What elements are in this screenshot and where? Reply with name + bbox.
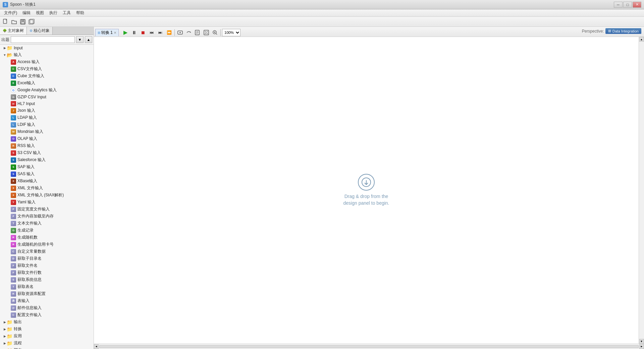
core-objects-label: 核心对象 (34, 28, 50, 34)
tree-arrow-output[interactable]: ▶ (3, 320, 7, 324)
sap-icon: S (11, 164, 16, 170)
zoom-in-button[interactable] (211, 29, 219, 37)
menu-file[interactable]: 文件(F) (1, 9, 20, 16)
search-collapse-button[interactable]: ▲ (85, 36, 92, 43)
perspective-value[interactable]: ⊞ Data Integration (605, 28, 641, 34)
list-item[interactable]: D 获取子目录名 (0, 255, 94, 262)
menu-tools[interactable]: 工具 (60, 9, 73, 16)
transform-tab-label: 转换 1 (101, 30, 113, 36)
tree-arrow-flow[interactable]: ▶ (3, 342, 7, 345)
add-step-button[interactable] (176, 29, 184, 37)
hop-button[interactable] (185, 29, 193, 37)
zoom-selector[interactable]: 100% 75% 50% 150% (222, 29, 240, 36)
stop-button[interactable]: ⏹ (139, 29, 147, 37)
list-item[interactable]: R 生成随机的信用卡号 (0, 241, 94, 248)
list-item[interactable]: F 获取文件行数 (0, 269, 94, 276)
list-item[interactable]: G 生成记录 (0, 227, 94, 234)
list-item[interactable]: S 获取系统信息 (0, 276, 94, 283)
next-button[interactable]: ⏭ (156, 29, 164, 37)
save-button[interactable] (19, 18, 27, 26)
tree-item-shuru-folder[interactable]: ▼ 📂 输入 (0, 51, 94, 58)
note-button[interactable] (194, 29, 202, 37)
tree-label-access: Access 输入 (17, 59, 40, 65)
run-from-here-button[interactable]: ⏩ (165, 29, 173, 37)
list-item[interactable]: F 固定宽度文件输入 (0, 206, 94, 213)
list-item[interactable]: O OLAP 输入 (0, 135, 94, 142)
tree-arrow-app[interactable]: ▶ (3, 335, 7, 338)
search-input[interactable] (11, 36, 75, 43)
xml-stax-icon: X (11, 193, 16, 198)
list-item[interactable]: Y Yaml 输入 (0, 199, 94, 206)
list-item[interactable]: S SAS 输入 (0, 170, 94, 178)
tree-item-script-folder[interactable]: ▶ 📁 脚本 (0, 347, 94, 349)
transform-tab[interactable]: ⊞ 转换 1 ✕ (95, 29, 119, 36)
list-item[interactable]: A Access 输入 (0, 58, 94, 65)
menu-edit[interactable]: 编辑 (20, 9, 33, 16)
fit-button[interactable] (202, 29, 210, 37)
list-item[interactable]: T 获取表名 (0, 283, 94, 290)
scroll-down-button[interactable]: ▼ (639, 339, 644, 344)
tree-item-output-folder[interactable]: ▶ 📁 输出 (0, 318, 94, 326)
svg-rect-14 (204, 30, 209, 35)
tree-item-flow-folder[interactable]: ▶ 📁 流程 (0, 340, 94, 347)
tree-item-transform-folder[interactable]: ▶ 📁 转换 (0, 326, 94, 333)
scroll-right-button[interactable]: ► (639, 344, 644, 349)
tree-arrow-input[interactable]: ▶ (3, 46, 7, 50)
drop-icon (358, 174, 375, 191)
new-file-button[interactable] (1, 18, 9, 26)
menu-bar: 文件(F) 编辑 视图 执行 工具 帮助 (0, 9, 644, 17)
tree-arrow-transform[interactable]: ▶ (3, 328, 7, 331)
list-item[interactable]: F 文件内容加载至内存 (0, 213, 94, 220)
right-scrollbar[interactable]: ▲ ▼ (639, 37, 644, 344)
list-item[interactable]: R 生成随机数 (0, 234, 94, 241)
list-item[interactable]: X XML 文件输入 (0, 185, 94, 192)
list-item[interactable]: L LDIF 输入 (0, 121, 94, 128)
list-item[interactable]: C 配置文件输入 (0, 311, 94, 318)
csv-icon: C (11, 66, 16, 72)
save-all-button[interactable] (28, 18, 36, 26)
close-button[interactable]: ✕ (633, 2, 641, 8)
tree-arrow-shuru[interactable]: ▼ (3, 53, 7, 57)
list-item[interactable]: T 文本文件输入 (0, 220, 94, 227)
scroll-up-button[interactable]: ▲ (639, 37, 644, 42)
left-panel: 🌳 主对象树 ⚙ 核心对象 出题 ▼ ▲ ▶ 📁 Input (0, 27, 94, 349)
tree-item-app-folder[interactable]: ▶ 📁 应用 (0, 333, 94, 340)
list-item[interactable]: C CSV文件输入 (0, 65, 94, 72)
search-expand-button[interactable]: ▼ (76, 36, 84, 43)
transform-tab-close[interactable]: ✕ (114, 31, 116, 35)
list-item[interactable]: C 自定义常量数据 (0, 248, 94, 255)
tab-main-objects[interactable]: 🌳 主对象树 (0, 27, 27, 35)
open-file-button[interactable] (10, 18, 18, 26)
tree-item-input-folder[interactable]: ▶ 📁 Input (0, 45, 94, 51)
scroll-left-button[interactable]: ◄ (94, 344, 99, 349)
list-item[interactable]: J Json 输入 (0, 107, 94, 114)
list-item[interactable]: E Excel输入 (0, 80, 94, 87)
list-item[interactable]: H HL7 Input (0, 100, 94, 107)
list-item[interactable]: R RSS 输入 (0, 142, 94, 149)
list-item[interactable]: F 获取文件名 (0, 262, 94, 269)
list-item[interactable]: G Google Analytics 输入 (0, 87, 94, 94)
list-item[interactable]: R 获取资源库配置 (0, 290, 94, 297)
menu-run[interactable]: 执行 (47, 9, 60, 16)
preview-button[interactable]: ⏮ (148, 29, 156, 37)
menu-help[interactable]: 帮助 (73, 9, 87, 16)
search-bar: 出题 ▼ ▲ (0, 35, 94, 45)
list-item[interactable]: S S3 CSV 输入 (0, 149, 94, 156)
minimize-button[interactable]: ─ (614, 2, 623, 8)
list-item[interactable]: S SAP 输入 (0, 163, 94, 170)
tab-core-objects[interactable]: ⚙ 核心对象 (27, 27, 53, 35)
folder-icon-output: 📁 (7, 319, 12, 325)
list-item[interactable]: S Salesforce 输入 (0, 156, 94, 163)
pause-button[interactable]: ⏸ (130, 29, 138, 37)
list-item[interactable]: X XBase输入 (0, 178, 94, 185)
maximize-button[interactable]: □ (623, 2, 632, 8)
list-item[interactable]: L LDAP 输入 (0, 114, 94, 121)
list-item[interactable]: C Cube 文件输入 (0, 72, 94, 80)
list-item[interactable]: X XML 文件输入 (StAX解析) (0, 192, 94, 199)
list-item[interactable]: G GZIP CSV Input (0, 94, 94, 100)
menu-view[interactable]: 视图 (33, 9, 47, 16)
list-item[interactable]: @ 邮件信息输入 (0, 304, 94, 311)
run-button[interactable]: ▶ (121, 29, 129, 37)
list-item[interactable]: M Mondrian 输入 (0, 128, 94, 135)
list-item[interactable]: 表 表输入 (0, 297, 94, 304)
